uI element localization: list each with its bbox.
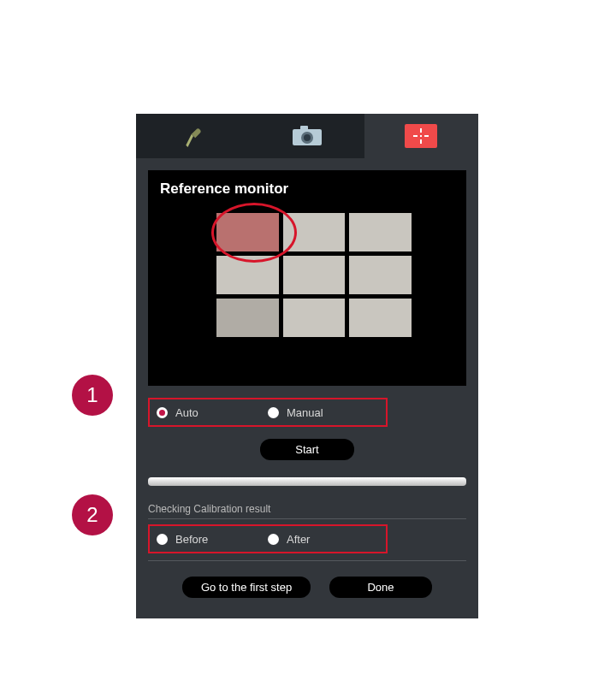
camera-icon [292,126,323,146]
svg-rect-6 [413,135,418,137]
radio-dot-icon [157,407,168,418]
first-step-button[interactable]: Go to the first step [182,577,311,598]
wall-cell [283,256,346,294]
progress-bar [148,477,466,486]
svg-point-3 [304,134,311,141]
svg-rect-7 [424,135,429,137]
done-button[interactable]: Done [329,577,432,598]
tool-dropper[interactable] [136,114,250,158]
top-toolbar [136,114,478,158]
wall-cell [349,299,412,337]
radio-dot-icon [268,407,279,418]
radio-manual[interactable]: Manual [268,406,379,419]
radio-before[interactable]: Before [157,533,268,546]
radio-auto[interactable]: Auto [157,406,268,419]
callout-badge-1: 1 [72,375,113,416]
result-radio-group: Before After [148,524,388,553]
wall-cell [216,299,279,337]
eyedropper-icon [182,125,204,147]
wall-cell [283,299,346,337]
radio-after-label: After [287,533,310,546]
mode-radio-group: Auto Manual [148,398,388,427]
start-row: Start [136,439,478,460]
wall-cell [349,213,412,251]
crosshair-icon [412,127,429,145]
svg-rect-4 [420,128,422,133]
calibration-panel: Reference monitor Auto Manual Start Chec… [136,114,478,618]
start-button[interactable]: Start [260,439,354,460]
radio-after[interactable]: After [268,533,379,546]
preview-title: Reference monitor [160,180,288,198]
callout-number: 1 [86,383,98,407]
radio-manual-label: Manual [287,406,323,419]
result-row: Before After [148,524,466,561]
svg-rect-8 [420,135,422,137]
svg-rect-1 [300,126,308,130]
monitor-preview: Reference monitor [148,170,466,386]
target-button[interactable] [405,124,437,148]
callout-number: 2 [86,503,98,527]
wall-cell [349,256,412,294]
tool-camera[interactable] [250,114,364,158]
callout-badge-2: 2 [72,494,113,535]
radio-before-label: Before [175,533,208,546]
radio-auto-label: Auto [175,406,198,419]
radio-dot-icon [268,534,279,545]
tool-target[interactable] [364,114,478,158]
reference-circle-annotation [211,203,297,263]
result-section-label: Checking Calibration result [148,503,466,519]
bottom-buttons: Go to the first step Done [136,577,478,598]
radio-dot-icon [157,534,168,545]
svg-rect-5 [420,139,422,144]
